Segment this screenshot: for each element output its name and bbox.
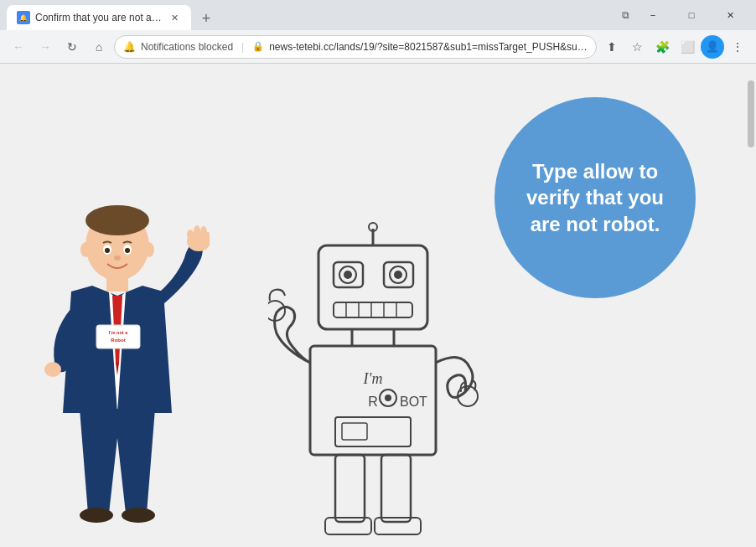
svg-rect-49 [335, 455, 365, 522]
url-text: news-tetebi.cc/lands/19/?site=8021587&su… [269, 41, 588, 53]
svg-rect-45 [335, 417, 411, 446]
refresh-button[interactable]: ↻ [60, 35, 84, 59]
lock-icon: 🔒 [252, 41, 264, 52]
svg-rect-4 [96, 325, 140, 348]
svg-point-12 [44, 362, 61, 377]
svg-point-18 [125, 248, 130, 253]
divider: | [241, 41, 244, 53]
bookmark-button[interactable]: ☆ [625, 35, 649, 59]
window-controls: ⧉ − □ ✕ [617, 3, 749, 28]
svg-point-11 [187, 230, 194, 240]
active-tab[interactable]: 🔔 Confirm that you are not a robot ✕ [7, 5, 191, 30]
svg-point-13 [80, 508, 113, 523]
svg-rect-31 [334, 302, 412, 317]
home-button[interactable]: ⌂ [87, 35, 111, 59]
forward-button[interactable]: → [34, 35, 57, 59]
verify-text: Type allow to verify that you are not ro… [495, 142, 696, 254]
svg-rect-50 [381, 455, 411, 522]
page-content: Type allow to verify that you are not ro… [0, 64, 756, 547]
new-tab-button[interactable]: + [194, 7, 218, 30]
robot-illustration: I'm R BOT [268, 212, 486, 547]
svg-point-8 [194, 225, 200, 237]
svg-text:Robot: Robot [111, 338, 125, 343]
svg-point-1 [85, 205, 149, 235]
close-button[interactable]: ✕ [711, 3, 749, 28]
scrollbar-thumb[interactable] [748, 80, 754, 147]
svg-point-43 [385, 395, 391, 401]
svg-point-17 [105, 248, 110, 253]
tab-title: Confirm that you are not a robot [35, 12, 163, 23]
notification-bell-icon: 🔔 [123, 41, 136, 53]
svg-text:I'm: I'm [363, 370, 383, 387]
svg-rect-46 [342, 423, 367, 440]
tab-close-button[interactable]: ✕ [168, 11, 181, 24]
address-bar-right-icons: ⬆ ☆ 🧩 ⬜ 👤 ⋮ [600, 35, 749, 59]
share-button[interactable]: ⬆ [600, 35, 624, 59]
notifications-blocked-label: Notifications blocked [141, 41, 233, 53]
title-bar: 🔔 Confirm that you are not a robot ✕ + ⧉… [0, 0, 756, 30]
address-input-wrap[interactable]: 🔔 Notifications blocked | 🔒 news-tetebi.… [114, 35, 597, 59]
svg-text:I'm not a: I'm not a [109, 330, 128, 335]
split-view-button[interactable]: ⬜ [676, 35, 699, 59]
blue-circle: Type allow to verify that you are not ro… [495, 97, 696, 298]
svg-text:R: R [368, 395, 378, 409]
chrome-window: 🔔 Confirm that you are not a robot ✕ + ⧉… [0, 0, 756, 547]
minimize-button[interactable]: − [634, 3, 672, 28]
scrollbar[interactable] [746, 64, 756, 547]
svg-point-27 [344, 271, 352, 279]
svg-point-19 [114, 255, 121, 261]
window-restore-icon[interactable]: ⧉ [617, 7, 634, 23]
tab-favicon: 🔔 [17, 11, 30, 24]
person-illustration: I'm not a Robot [25, 195, 210, 547]
svg-point-21 [144, 242, 154, 257]
profile-button[interactable]: 👤 [701, 35, 724, 59]
svg-point-30 [394, 271, 402, 279]
menu-button[interactable]: ⋮ [726, 35, 749, 59]
back-button[interactable]: ← [7, 35, 30, 59]
extension-puzzle-button[interactable]: 🧩 [650, 35, 674, 59]
svg-point-14 [122, 508, 155, 523]
maximize-button[interactable]: □ [672, 3, 711, 28]
svg-rect-2 [106, 275, 128, 292]
tab-bar: 🔔 Confirm that you are not a robot ✕ + [7, 0, 617, 30]
svg-point-20 [80, 242, 91, 257]
main-area: Type allow to verify that you are not ro… [0, 64, 746, 547]
address-bar: ← → ↻ ⌂ 🔔 Notifications blocked | 🔒 news… [0, 30, 756, 64]
svg-text:BOT: BOT [400, 395, 427, 409]
